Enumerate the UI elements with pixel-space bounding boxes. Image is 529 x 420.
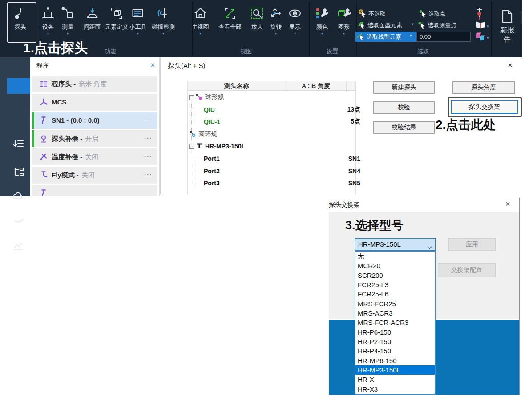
selection-option-label[interactable]: 选取测量点: [428, 21, 456, 29]
ribbon-button-label: 小工具: [129, 24, 147, 31]
book-icon[interactable]: [475, 20, 486, 31]
pin-probe-icon[interactable]: [475, 7, 483, 22]
dropdown-item[interactable]: MRS-FCR25: [355, 299, 435, 308]
probe-tree-row[interactable]: 圆环规: [188, 128, 357, 140]
probe-tree-row[interactable]: Port2SN4: [188, 165, 372, 177]
ribbon-graphics-button[interactable]: 图形▾: [336, 5, 351, 36]
rail-sort-list-icon[interactable]: [13, 138, 24, 149]
dropdown-item[interactable]: FCR25-L3: [355, 280, 435, 289]
selection-line-elements-option[interactable]: 选取线型元素▾: [355, 32, 416, 42]
program-item-label: 温度补偿 -关闭: [52, 148, 98, 165]
ribbon-rotate-button[interactable]: 旋转▾: [268, 5, 283, 36]
selection-select-measure-point-icon[interactable]: [417, 20, 426, 29]
program-item-5[interactable]: 温度补偿 -关闭···: [32, 148, 157, 165]
item-menu-dots[interactable]: ···: [144, 167, 152, 183]
rail-tree-icon[interactable]: [13, 166, 24, 177]
new-report-button[interactable]: 新报告: [499, 9, 515, 44]
dropdown-item[interactable]: HR-P4-150: [355, 346, 435, 356]
dropdown-item[interactable]: MRS-ACR3: [355, 308, 435, 318]
program-item-label: 程序头 -毫米 角度: [52, 76, 107, 92]
calibrate-button[interactable]: 校验: [373, 101, 435, 114]
selection-option-label[interactable]: 选取面型元素: [367, 21, 402, 29]
dropdown-item[interactable]: 无: [355, 252, 435, 261]
tree-expand-icon[interactable]: [189, 144, 194, 149]
dropdown-item[interactable]: MCR20: [355, 261, 435, 270]
program-item-partial[interactable]: [32, 185, 157, 196]
item-menu-dots[interactable]: ···: [144, 112, 152, 128]
apply-button[interactable]: 应用: [448, 238, 496, 251]
ribbon-view-all-button[interactable]: 查看全部: [218, 5, 242, 31]
rack-model-combobox[interactable]: HR-MP3-150L: [355, 238, 436, 251]
calibrate-result-button[interactable]: 校验结果: [373, 121, 435, 134]
rail-active-highlight: [7, 78, 30, 94]
probe-tree-row[interactable]: 球形规: [188, 91, 357, 104]
program-item-1[interactable]: 程序头 -毫米 角度: [32, 76, 157, 92]
chevron-down-icon[interactable]: ▾: [487, 36, 489, 40]
probe-angle-button[interactable]: 探头角度: [452, 81, 515, 94]
ribbon-spacing-button[interactable]: 间距面: [84, 5, 101, 31]
probe-tree-row[interactable]: QIU-15点: [188, 116, 372, 128]
ribbon-display-button[interactable]: 显示▾: [287, 5, 303, 36]
probe-row-value: 5点: [351, 118, 360, 126]
collision-icon: [156, 6, 171, 23]
probe-tree-row[interactable]: Port1SN1: [188, 152, 372, 165]
ribbon-home-button[interactable]: 主视图▾: [192, 5, 209, 36]
rail-chart-icon[interactable]: [13, 240, 24, 252]
dropdown-item[interactable]: SCR200: [355, 271, 435, 280]
dropdown-item[interactable]: MRS-FCR-ACR3: [355, 318, 435, 327]
probe-dialog-close-icon[interactable]: ×: [508, 60, 513, 70]
dropdown-item[interactable]: FCR25-L6: [355, 289, 435, 299]
probe-tree-row[interactable]: HR-MP3-150L: [188, 140, 357, 152]
chevron-down-icon[interactable]: ▾: [487, 24, 489, 28]
measure-icon: [60, 6, 75, 23]
rail-swoosh-icon[interactable]: [13, 214, 24, 225]
probe-rack-button[interactable]: 探头交换架: [451, 100, 518, 114]
dropdown-item[interactable]: HR-X3: [355, 384, 435, 394]
probe-tree-row[interactable]: Port3SN5: [188, 177, 372, 189]
cubes-icon: [475, 36, 486, 43]
column-header-ab-angle: A : B 角度: [286, 81, 346, 91]
probe-name: QIU-1: [204, 118, 220, 125]
program-item-6[interactable]: Fly模式 -关闭···: [32, 167, 157, 184]
status-green-bar: [32, 130, 34, 147]
ribbon-color-button[interactable]: 颜色▾: [315, 5, 330, 36]
dropdown-item[interactable]: HR-P2-150: [355, 337, 435, 346]
dropdown-item[interactable]: HR-MP6-150: [355, 356, 435, 365]
rail-cloud-icon[interactable]: [12, 190, 24, 202]
rack-config-button[interactable]: 交换架配置: [438, 263, 496, 277]
probe-tree-row[interactable]: QIU13点: [188, 104, 372, 116]
dropdown-item[interactable]: HR-X: [355, 375, 435, 384]
new-probe-button[interactable]: 新建探头: [373, 81, 435, 94]
tree-expand-icon[interactable]: [189, 95, 194, 100]
ribbon-probe-button[interactable]: 探头: [13, 5, 28, 31]
ribbon-group-separator: [192, 2, 193, 55]
item-menu-dots[interactable]: ···: [144, 148, 152, 164]
program-item-prog-header-icon: [39, 80, 48, 88]
ribbon-collision-button[interactable]: 碰撞检测▾: [152, 5, 175, 36]
program-item-2[interactable]: MCS: [32, 94, 157, 111]
probe-changer-close-icon[interactable]: ×: [505, 200, 510, 209]
selection-select-point-icon[interactable]: [418, 9, 427, 18]
program-item-3[interactable]: SN1 - (0.0 : 0.0)···: [32, 112, 157, 129]
selection-select-surface-icon[interactable]: [357, 20, 366, 29]
probe-name: HR-MP3-150L: [205, 143, 245, 150]
rack-model-dropdown-list: 无MCR20SCR200FCR25-L3FCR25-L6MRS-FCR25MRS…: [355, 251, 436, 395]
ribbon-measure-button[interactable]: 测量▾: [60, 5, 75, 36]
program-panel-close-icon[interactable]: ✕: [150, 62, 155, 68]
program-item-label: Fly模式 -关闭: [52, 167, 95, 184]
ribbon-element-button[interactable]: 元素定义: [105, 5, 128, 31]
ribbon-tools-button[interactable]: 小工具▾: [129, 5, 147, 36]
dropdown-item[interactable]: HR-MP3-150L: [355, 365, 435, 375]
ribbon-machine-button[interactable]: 设备▾: [40, 5, 56, 36]
selection-option-label[interactable]: 不选取: [368, 10, 386, 18]
cubes-icon[interactable]: [475, 32, 486, 44]
item-menu-dots[interactable]: ···: [144, 130, 152, 146]
color-icon: [315, 6, 330, 23]
ribbon-zoom-in-button[interactable]: 放大: [250, 5, 265, 31]
tolerance-input[interactable]: 0.00: [416, 32, 471, 42]
dropdown-item[interactable]: HR-P6-150: [355, 328, 435, 337]
program-item-4[interactable]: 探头补偿 -开启···: [32, 130, 157, 147]
selection-no-select-icon[interactable]: [358, 9, 367, 18]
ribbon-button-label: 颜色: [315, 24, 330, 31]
selection-option-label[interactable]: 选取点: [428, 10, 446, 18]
